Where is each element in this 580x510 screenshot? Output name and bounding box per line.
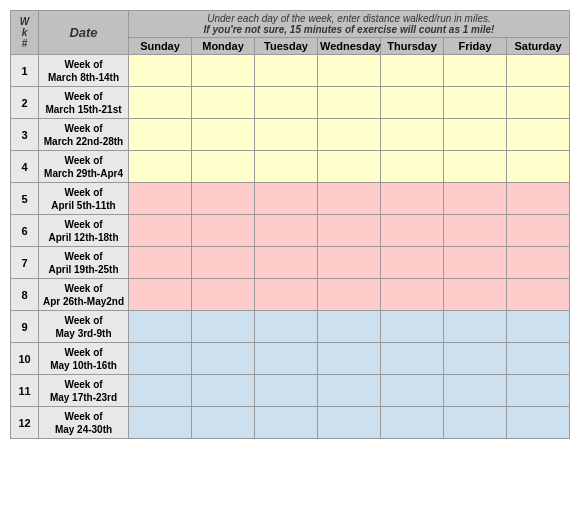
day-cell-wednesday[interactable]	[318, 55, 381, 87]
day-cell-thursday[interactable]	[381, 87, 444, 119]
day-cell-tuesday[interactable]	[255, 247, 318, 279]
week-number: 8	[11, 279, 39, 311]
day-cell-sunday[interactable]	[129, 183, 192, 215]
day-header-friday: Friday	[444, 38, 507, 55]
day-cell-thursday[interactable]	[381, 343, 444, 375]
day-cell-saturday[interactable]	[507, 407, 570, 439]
week-date: Week ofApril 12th-18th	[39, 215, 129, 247]
week-number: 2	[11, 87, 39, 119]
day-cell-saturday[interactable]	[507, 119, 570, 151]
day-cell-monday[interactable]	[192, 343, 255, 375]
day-cell-thursday[interactable]	[381, 119, 444, 151]
day-cell-monday[interactable]	[192, 151, 255, 183]
day-cell-monday[interactable]	[192, 119, 255, 151]
day-cell-saturday[interactable]	[507, 247, 570, 279]
day-cell-monday[interactable]	[192, 311, 255, 343]
day-cell-wednesday[interactable]	[318, 343, 381, 375]
wk-header: Wk#	[11, 11, 39, 55]
day-cell-monday[interactable]	[192, 55, 255, 87]
day-cell-thursday[interactable]	[381, 247, 444, 279]
day-cell-wednesday[interactable]	[318, 375, 381, 407]
day-cell-monday[interactable]	[192, 247, 255, 279]
day-cell-wednesday[interactable]	[318, 311, 381, 343]
day-cell-monday[interactable]	[192, 375, 255, 407]
day-cell-wednesday[interactable]	[318, 215, 381, 247]
day-cell-thursday[interactable]	[381, 407, 444, 439]
day-cell-sunday[interactable]	[129, 151, 192, 183]
day-cell-sunday[interactable]	[129, 407, 192, 439]
day-cell-friday[interactable]	[444, 343, 507, 375]
day-cell-tuesday[interactable]	[255, 343, 318, 375]
table-row: 6Week ofApril 12th-18th	[11, 215, 570, 247]
day-cell-saturday[interactable]	[507, 375, 570, 407]
day-cell-tuesday[interactable]	[255, 279, 318, 311]
day-cell-wednesday[interactable]	[318, 183, 381, 215]
day-cell-saturday[interactable]	[507, 343, 570, 375]
day-cell-friday[interactable]	[444, 279, 507, 311]
calendar-wrapper: Wk# Date Under each day of the week, ent…	[0, 0, 580, 449]
day-cell-sunday[interactable]	[129, 215, 192, 247]
day-cell-tuesday[interactable]	[255, 407, 318, 439]
day-cell-monday[interactable]	[192, 87, 255, 119]
day-cell-sunday[interactable]	[129, 279, 192, 311]
day-cell-friday[interactable]	[444, 407, 507, 439]
day-cell-saturday[interactable]	[507, 215, 570, 247]
day-cell-tuesday[interactable]	[255, 119, 318, 151]
day-cell-saturday[interactable]	[507, 279, 570, 311]
day-cell-thursday[interactable]	[381, 151, 444, 183]
day-cell-monday[interactable]	[192, 279, 255, 311]
day-cell-thursday[interactable]	[381, 55, 444, 87]
week-number: 10	[11, 343, 39, 375]
week-number: 3	[11, 119, 39, 151]
day-cell-sunday[interactable]	[129, 55, 192, 87]
day-cell-tuesday[interactable]	[255, 87, 318, 119]
day-cell-thursday[interactable]	[381, 375, 444, 407]
day-cell-saturday[interactable]	[507, 151, 570, 183]
day-cell-thursday[interactable]	[381, 311, 444, 343]
day-cell-friday[interactable]	[444, 247, 507, 279]
day-cell-sunday[interactable]	[129, 87, 192, 119]
day-cell-friday[interactable]	[444, 311, 507, 343]
day-cell-friday[interactable]	[444, 87, 507, 119]
day-cell-wednesday[interactable]	[318, 407, 381, 439]
day-cell-tuesday[interactable]	[255, 375, 318, 407]
day-cell-friday[interactable]	[444, 183, 507, 215]
day-cell-wednesday[interactable]	[318, 279, 381, 311]
day-cell-saturday[interactable]	[507, 183, 570, 215]
day-cell-thursday[interactable]	[381, 279, 444, 311]
day-cell-thursday[interactable]	[381, 215, 444, 247]
day-cell-sunday[interactable]	[129, 311, 192, 343]
table-row: 9Week ofMay 3rd-9th	[11, 311, 570, 343]
day-cell-tuesday[interactable]	[255, 151, 318, 183]
day-cell-thursday[interactable]	[381, 183, 444, 215]
day-cell-sunday[interactable]	[129, 375, 192, 407]
table-row: 1Week ofMarch 8th-14th	[11, 55, 570, 87]
day-cell-monday[interactable]	[192, 215, 255, 247]
day-cell-tuesday[interactable]	[255, 311, 318, 343]
day-cell-wednesday[interactable]	[318, 87, 381, 119]
day-cell-sunday[interactable]	[129, 119, 192, 151]
table-row: 7Week ofApril 19th-25th	[11, 247, 570, 279]
day-cell-friday[interactable]	[444, 375, 507, 407]
day-cell-friday[interactable]	[444, 55, 507, 87]
day-cell-monday[interactable]	[192, 407, 255, 439]
table-row: 5Week ofApril 5th-11th	[11, 183, 570, 215]
day-cell-sunday[interactable]	[129, 343, 192, 375]
day-cell-wednesday[interactable]	[318, 119, 381, 151]
table-row: 11Week ofMay 17th-23rd	[11, 375, 570, 407]
day-cell-wednesday[interactable]	[318, 151, 381, 183]
day-cell-friday[interactable]	[444, 119, 507, 151]
day-cell-wednesday[interactable]	[318, 247, 381, 279]
day-cell-saturday[interactable]	[507, 55, 570, 87]
day-cell-saturday[interactable]	[507, 311, 570, 343]
week-number: 4	[11, 151, 39, 183]
day-cell-tuesday[interactable]	[255, 215, 318, 247]
day-cell-sunday[interactable]	[129, 247, 192, 279]
day-cell-saturday[interactable]	[507, 87, 570, 119]
day-cell-friday[interactable]	[444, 215, 507, 247]
day-cell-friday[interactable]	[444, 151, 507, 183]
week-number: 9	[11, 311, 39, 343]
day-cell-tuesday[interactable]	[255, 55, 318, 87]
day-cell-monday[interactable]	[192, 183, 255, 215]
day-cell-tuesday[interactable]	[255, 183, 318, 215]
